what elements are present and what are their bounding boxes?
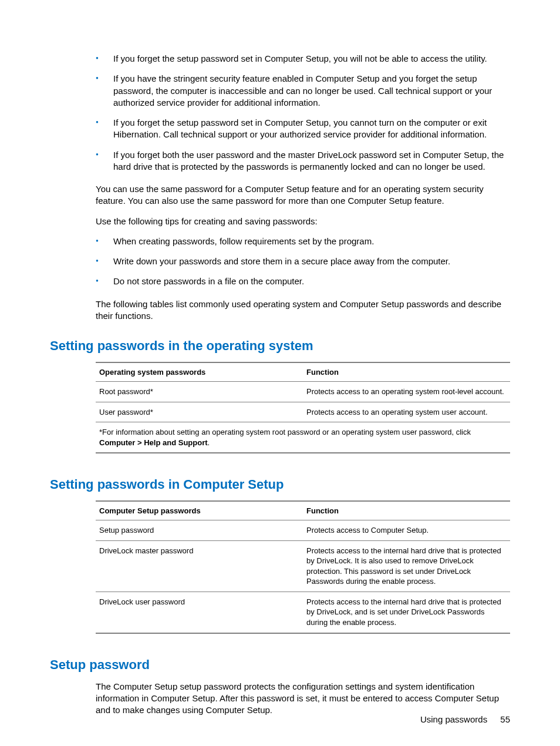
list-item: When creating passwords, follow requirem… [96,236,510,247]
table-cell: Protects access to the internal hard dri… [303,592,510,633]
table-header: Operating system passwords [96,362,303,382]
bullet-list-1: If you forget the setup password set in … [50,53,510,173]
table-header: Function [303,362,510,382]
list-item: If you forget the setup password set in … [96,117,510,141]
table-footnote: *For information about setting an operat… [96,422,510,453]
table-row: DriveLock master password Protects acces… [96,540,510,592]
paragraph: The Computer Setup setup password protec… [96,681,510,717]
table-header: Function [303,501,510,520]
page-footer: Using passwords 55 [420,714,510,724]
footnote-bold: Computer > Help and Support [99,438,208,447]
table-cell: Protects access to an operating system u… [303,402,510,422]
table-cell: DriveLock master password [96,540,303,592]
table-row: User password* Protects access to an ope… [96,402,510,422]
table-row: Root password* Protects access to an ope… [96,382,510,402]
paragraph: You can use the same password for a Comp… [96,183,510,207]
bullet-list-2: When creating passwords, follow requirem… [50,236,510,288]
table-cell: Setup password [96,520,303,541]
table-cell: DriveLock user password [96,592,303,633]
table-header: Computer Setup passwords [96,501,303,520]
list-item: Do not store passwords in a file on the … [96,275,510,287]
table-cell: Protects access to Computer Setup. [303,520,510,541]
footnote-text: *For information about setting an operat… [99,428,471,436]
list-item: Write down your passwords and store them… [96,256,510,267]
list-item: If you forget both the user password and… [96,149,510,173]
document-page: If you forget the setup password set in … [0,0,560,746]
paragraph: The following tables list commonly used … [96,298,510,322]
heading-cs-passwords: Setting passwords in Computer Setup [50,477,510,492]
os-passwords-table: Operating system passwords Function Root… [96,362,510,453]
table-cell: Protects access to the internal hard dri… [303,540,510,592]
heading-setup-password: Setup password [50,657,510,673]
table-row: Setup password Protects access to Comput… [96,520,510,541]
table-row: DriveLock user password Protects access … [96,592,510,633]
footer-label: Using passwords [420,714,487,724]
table-cell: Root password* [96,382,303,402]
page-number: 55 [500,714,510,724]
table-cell: *For information about setting an operat… [96,422,510,453]
footnote-text: . [208,438,210,447]
list-item: If you forget the setup password set in … [96,53,510,65]
table-cell: User password* [96,402,303,422]
list-item: If you have the stringent security featu… [96,73,510,109]
table-cell: Protects access to an operating system r… [303,382,510,402]
cs-passwords-table: Computer Setup passwords Function Setup … [96,500,510,633]
paragraph: Use the following tips for creating and … [96,216,510,227]
heading-os-passwords: Setting passwords in the operating syste… [50,338,510,354]
